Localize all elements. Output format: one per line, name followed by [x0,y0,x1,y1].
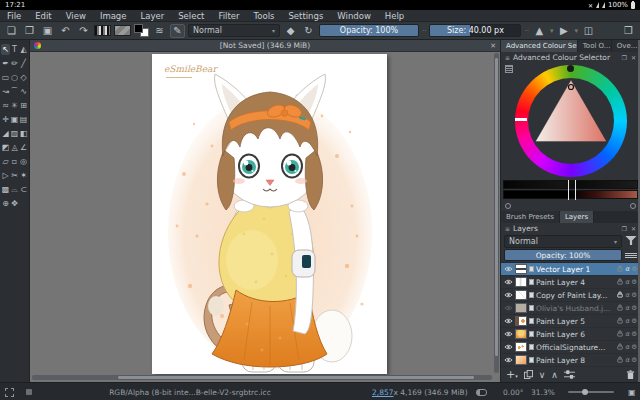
delete-layer-button[interactable] [626,370,635,380]
docker-menu-icon[interactable]: ≡ [505,225,510,232]
sv-triangle[interactable] [515,65,627,177]
menu-settings[interactable]: Settings [281,11,330,21]
layer-row[interactable]: Vector Layer 1 α ⚙ [501,263,640,276]
advanced-color-selector[interactable] [501,63,640,180]
hue-wheel[interactable] [515,65,627,177]
tab-brush-presets[interactable]: Brush Presets [501,211,560,223]
ellipse-tool[interactable]: ○ [10,72,19,83]
duplicate-layer-button[interactable] [524,370,533,379]
add-layer-button[interactable]: +▾ [506,368,518,381]
open-document-button[interactable]: ❐ [22,24,37,38]
text-tool[interactable]: T [10,44,19,55]
wrap-around-mode-button[interactable]: ◫ [581,24,596,38]
layer-properties-icon[interactable]: ⚙ [631,343,637,351]
menu-window[interactable]: Window [330,11,378,21]
crop-tool[interactable]: ▣ [10,114,19,125]
vertical-mirror-button[interactable]: ▶ [556,24,571,38]
transform-tool[interactable]: ⊞ [19,100,28,111]
chevron-down-icon[interactable]: ▾ [550,27,554,35]
inherit-alpha-icon[interactable]: α [625,291,629,299]
common-colors-button[interactable] [630,203,636,209]
move-tool[interactable]: ✛ [1,114,10,125]
inherit-alpha-icon[interactable]: α [625,265,629,273]
foreground-background-colors[interactable] [134,24,149,37]
float-docker-icon[interactable]: ❐ [622,54,627,61]
visibility-eye-icon[interactable] [504,278,513,287]
pattern-edit-tool[interactable]: ▨ [10,128,19,139]
canvas-area[interactable]: [Not Saved] (346.9 MiB) ✕ [30,40,500,382]
layer-properties-icon[interactable]: ⚙ [631,278,637,286]
chevron-down-icon[interactable]: ▾ [574,27,578,35]
zoom-slider-knob[interactable] [582,389,588,395]
tab-tool-o[interactable]: Tool O... [578,40,612,52]
proofing-button[interactable] [26,383,32,400]
fill-tool[interactable]: ◧ [19,128,28,139]
canvas-page[interactable]: eSmileBear [152,54,387,374]
contiguous-select-tool[interactable]: ✶ [19,170,28,181]
inherit-alpha-icon[interactable]: α [625,304,629,312]
zoom-slider[interactable] [568,383,614,400]
close-docker-icon[interactable]: ✕ [631,225,636,232]
layer-properties-icon[interactable]: ⚙ [631,356,637,364]
foreground-color[interactable] [134,24,143,33]
rect-select-tool[interactable]: ▫ [10,156,19,167]
gradient-swatch[interactable] [94,25,111,36]
gradient-tool[interactable]: ▤ [19,114,28,125]
selector-settings-icon[interactable] [505,65,513,73]
lock-icon[interactable] [617,317,623,326]
layer-row[interactable]: Paint Layer 6 α ⚙ [501,328,640,341]
horizontal-mirror-button[interactable]: ▲ [532,24,547,38]
poly-select-tool[interactable]: ▷ [1,170,10,181]
edit-shapes-tool[interactable]: ◭ [19,44,28,55]
inherit-alpha-icon[interactable]: α [625,356,629,364]
reference-images-tool[interactable]: ▱ [1,156,10,167]
lock-icon[interactable] [617,291,623,300]
eraser-mode-button[interactable]: ◆ [283,24,298,38]
freehand-path-tool[interactable]: ∿ [19,86,28,97]
assistants-tool[interactable]: ◬ [10,142,19,153]
measure-tool[interactable]: ∠ [19,142,28,153]
layer-row[interactable]: Paint Layer 5 α ⚙ [501,315,640,328]
line-tool[interactable]: ╱ [19,58,28,69]
vscroll-thumb[interactable] [494,57,499,357]
magnetic-select-tool[interactable]: ⊂ [19,184,28,195]
polygon-tool[interactable]: ◇ [19,72,28,83]
move-layer-up-button[interactable]: ∧ [551,370,558,380]
rectangle-tool[interactable]: ▭ [1,72,10,83]
vertical-scrollbar[interactable] [494,53,499,373]
wrap-around-icon[interactable]: ≋ [152,24,167,38]
visibility-eye-icon[interactable] [504,356,513,365]
tab-ove[interactable]: Ove... [612,40,640,52]
layer-blending-mode-dropdown[interactable]: Normal ▾ [504,235,622,248]
fit-page-button[interactable]: ▣ [628,383,636,400]
inherit-alpha-icon[interactable]: α [625,317,629,325]
close-icon[interactable]: ✕ [490,42,496,50]
layer-row[interactable]: Paint Layer 4 α ⚙ [501,276,640,289]
layer-properties-button[interactable] [564,370,575,379]
smart-patch-tool[interactable]: ◩ [1,142,10,153]
freehand-brush-tool[interactable]: ✏ [10,58,19,69]
inherit-alpha-icon[interactable]: α [625,343,629,351]
menu-help[interactable]: Help [378,11,411,21]
shade-selector[interactable] [503,180,638,201]
visibility-eye-icon[interactable] [504,317,513,326]
bezier-curve-tool[interactable]: ⌒ [10,86,19,97]
lock-icon[interactable] [617,278,623,287]
visibility-eye-icon[interactable] [504,304,513,313]
polyline-tool[interactable]: ↝ [1,86,10,97]
shade-strip-2[interactable] [503,190,638,199]
zoom-tool[interactable]: ⊕ [1,198,10,209]
lock-icon[interactable] [617,265,623,274]
hscroll-thumb[interactable] [117,375,475,380]
save-button[interactable]: ▣ [40,24,55,38]
layer-options-icon[interactable] [625,253,637,258]
layer-properties-icon[interactable]: ⚙ [631,304,637,312]
layer-properties-icon[interactable]: ⚙ [631,265,637,273]
reload-preset-button[interactable]: ↻ [301,24,316,38]
lock-icon[interactable] [617,330,623,339]
menu-view[interactable]: View [59,11,93,21]
color-history-button[interactable] [505,203,511,209]
menu-filter[interactable]: Filter [211,11,246,21]
lock-icon[interactable] [617,356,623,365]
filter-icon[interactable] [625,236,637,246]
